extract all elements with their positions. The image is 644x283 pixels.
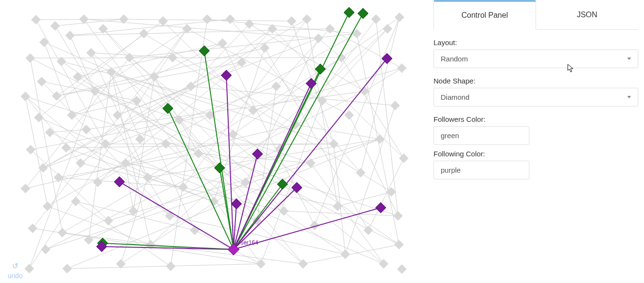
bg-edge bbox=[376, 19, 398, 216]
bg-node[interactable] bbox=[356, 168, 365, 177]
bg-node[interactable] bbox=[393, 211, 403, 221]
bg-node[interactable] bbox=[344, 110, 354, 120]
bg-edge bbox=[137, 101, 195, 230]
bg-node[interactable] bbox=[41, 245, 50, 254]
bg-node[interactable] bbox=[340, 249, 350, 259]
following-color-input[interactable] bbox=[433, 161, 529, 179]
bg-node[interactable] bbox=[82, 125, 91, 134]
bg-node[interactable] bbox=[21, 184, 30, 193]
bg-node[interactable] bbox=[397, 264, 407, 274]
bg-edge bbox=[55, 26, 170, 216]
bg-node[interactable] bbox=[67, 110, 77, 120]
node-shape-select[interactable]: Diamond bbox=[433, 88, 638, 106]
bg-node[interactable] bbox=[375, 134, 385, 144]
chevron-down-icon bbox=[627, 58, 631, 60]
bg-node[interactable] bbox=[93, 177, 103, 187]
bg-edge bbox=[66, 148, 214, 201]
bg-node[interactable] bbox=[24, 264, 34, 273]
undo-button[interactable]: ↺ undo bbox=[8, 261, 23, 280]
tab-json[interactable]: JSON bbox=[536, 0, 639, 30]
bg-node[interactable] bbox=[65, 31, 75, 40]
bg-node[interactable] bbox=[390, 101, 400, 110]
bg-node[interactable] bbox=[166, 261, 176, 271]
bg-edge bbox=[242, 29, 272, 62]
bg-edge bbox=[25, 96, 170, 216]
follower-node[interactable] bbox=[199, 46, 210, 56]
bg-node[interactable] bbox=[106, 67, 116, 77]
follower-node[interactable] bbox=[344, 7, 354, 18]
bg-node[interactable] bbox=[50, 21, 60, 31]
bg-node[interactable] bbox=[218, 38, 227, 48]
bg-edge bbox=[30, 58, 399, 245]
bg-node[interactable] bbox=[175, 115, 184, 125]
bg-node[interactable] bbox=[202, 14, 212, 24]
graph-canvas[interactable]: User164 ↺ undo bbox=[0, 0, 422, 283]
bg-node[interactable] bbox=[86, 48, 96, 58]
bg-node[interactable] bbox=[209, 197, 219, 206]
follower-node[interactable] bbox=[277, 179, 288, 189]
bg-edge bbox=[349, 115, 398, 216]
bg-node[interactable] bbox=[395, 12, 404, 22]
following-node[interactable] bbox=[221, 70, 232, 81]
bg-node[interactable] bbox=[21, 92, 30, 101]
followers-color-input[interactable] bbox=[433, 126, 529, 145]
following-node[interactable] bbox=[114, 177, 125, 187]
bg-node[interactable] bbox=[25, 53, 35, 63]
bg-node[interactable] bbox=[52, 91, 61, 101]
bg-edge bbox=[95, 91, 311, 163]
bg-node[interactable] bbox=[76, 158, 85, 168]
bg-node[interactable] bbox=[182, 24, 192, 34]
bg-edge bbox=[307, 19, 338, 206]
bg-edge bbox=[70, 29, 330, 35]
layout-value: Random bbox=[441, 55, 468, 63]
bg-edge bbox=[295, 125, 380, 139]
bg-node[interactable] bbox=[397, 63, 407, 73]
bg-node[interactable] bbox=[302, 14, 312, 24]
bg-node[interactable] bbox=[394, 240, 404, 249]
bg-node[interactable] bbox=[125, 53, 134, 62]
bg-node[interactable] bbox=[168, 53, 177, 62]
follower-edge bbox=[103, 243, 234, 249]
follower-edge bbox=[168, 108, 234, 249]
bg-node[interactable] bbox=[314, 34, 323, 43]
layout-select[interactable]: Random bbox=[433, 49, 638, 68]
bg-node[interactable] bbox=[379, 259, 388, 269]
bg-edge bbox=[318, 38, 341, 58]
bg-node[interactable] bbox=[39, 37, 49, 47]
bg-node[interactable] bbox=[28, 224, 37, 233]
bg-edge bbox=[30, 58, 341, 58]
bg-node[interactable] bbox=[363, 225, 373, 235]
bg-edge bbox=[171, 19, 207, 266]
bg-node[interactable] bbox=[34, 113, 44, 122]
bg-edge bbox=[126, 163, 133, 211]
bg-node[interactable] bbox=[71, 197, 81, 206]
bg-edge bbox=[111, 72, 151, 245]
bg-node[interactable] bbox=[287, 16, 296, 26]
followers-color-label: Followers Color: bbox=[433, 115, 638, 123]
node-shape-label: Node Shape: bbox=[433, 77, 638, 85]
bg-node[interactable] bbox=[31, 15, 41, 24]
bg-node[interactable] bbox=[333, 201, 342, 211]
bg-edge bbox=[78, 43, 222, 77]
bg-node[interactable] bbox=[38, 163, 48, 173]
bg-node[interactable] bbox=[58, 228, 67, 237]
bg-node[interactable] bbox=[45, 128, 55, 137]
bg-edge bbox=[315, 17, 399, 225]
bg-node[interactable] bbox=[256, 259, 266, 269]
bg-edge bbox=[117, 38, 318, 115]
bg-node[interactable] bbox=[61, 143, 71, 153]
following-color-label: Following Color: bbox=[433, 150, 638, 158]
bg-node[interactable] bbox=[298, 259, 308, 269]
follower-node[interactable] bbox=[358, 8, 368, 19]
following-edge bbox=[102, 247, 234, 249]
node-shape-value: Diamond bbox=[441, 93, 469, 101]
tab-control-panel[interactable]: Control Panel bbox=[433, 0, 536, 30]
bg-edge bbox=[330, 29, 402, 68]
bg-node[interactable] bbox=[62, 264, 72, 273]
sidebar: Control Panel JSON Layout: Random Node S… bbox=[422, 0, 644, 283]
bg-node[interactable] bbox=[43, 201, 52, 211]
bg-node[interactable] bbox=[225, 14, 235, 24]
bg-node[interactable] bbox=[228, 130, 238, 139]
bg-edge bbox=[67, 264, 261, 269]
bg-node[interactable] bbox=[371, 14, 381, 24]
